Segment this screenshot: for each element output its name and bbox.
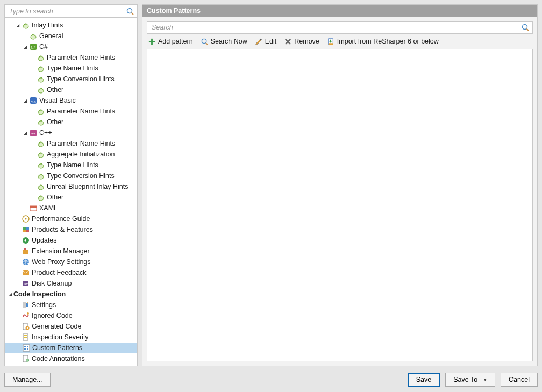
panel-search — [147, 21, 533, 34]
tree-item[interactable]: Custom Patterns — [5, 343, 137, 353]
sidebar-search-input[interactable] — [7, 8, 125, 15]
tree-item[interactable]: General — [5, 31, 137, 41]
update-icon — [22, 236, 30, 245]
expand-arrow-icon[interactable] — [15, 23, 21, 28]
tree-item[interactable]: Type Conversion Hints — [5, 170, 137, 181]
xaml-icon — [29, 204, 38, 212]
tree-item[interactable]: Inlay Hints — [5, 20, 137, 31]
tree-item[interactable]: Web Proxy Settings — [5, 256, 137, 267]
tree-item-label: Type Name Hints — [47, 161, 98, 169]
panel-title: Custom Patterns — [142, 5, 537, 17]
tree-item[interactable]: Updates — [5, 235, 137, 246]
tree-item-label: Code Annotations — [32, 355, 85, 362]
tree-item[interactable]: C# — [5, 41, 137, 52]
tree-item-label: C# — [39, 43, 48, 51]
tree-item[interactable]: Parameter Name Hints — [5, 138, 137, 149]
tree-item[interactable]: C++ — [5, 127, 137, 138]
edit-button[interactable]: Edit — [255, 38, 277, 46]
tree-item[interactable]: Generated Code — [5, 321, 137, 332]
hint-icon — [37, 172, 45, 180]
feedback-icon — [22, 268, 30, 277]
tree-item[interactable]: Other — [5, 84, 137, 95]
toolbar: Add pattern Search Now Edit Remove Impor… — [142, 34, 537, 47]
expand-arrow-icon[interactable] — [22, 98, 28, 103]
tree-item[interactable]: Parameter Name Hints — [5, 52, 137, 63]
hint-icon — [37, 182, 45, 191]
tree-item[interactable]: Products & Features — [5, 224, 137, 235]
search-now-button[interactable]: Search Now — [201, 38, 247, 46]
remove-button[interactable]: Remove — [284, 38, 319, 46]
settings-icon — [22, 301, 30, 309]
chevron-down-icon: ▼ — [483, 377, 487, 382]
splitter[interactable] — [138, 4, 142, 366]
button-label: Manage... — [12, 376, 42, 383]
save-button[interactable]: Save — [408, 373, 440, 387]
tree-item[interactable]: Performance Guide — [5, 213, 137, 224]
severity-icon — [22, 333, 30, 341]
tree-item-label: Parameter Name Hints — [47, 54, 115, 61]
tree-item[interactable]: Product Feedback — [5, 267, 137, 278]
toolbar-label: Add pattern — [158, 38, 193, 45]
tree-item[interactable]: Code Annotations — [5, 353, 137, 364]
expand-arrow-icon[interactable] — [22, 130, 28, 136]
pattern-icon — [22, 344, 31, 352]
tree-item-label: Code Inspection — [13, 290, 66, 298]
hint-icon — [29, 32, 38, 40]
tree-item[interactable]: Unreal Blueprint Inlay Hints — [5, 181, 137, 192]
tree-item-label: Ignored Code — [32, 312, 73, 319]
expand-arrow-icon[interactable] — [22, 44, 28, 49]
tree-item[interactable]: Settings — [5, 300, 137, 310]
tree-item[interactable]: Other — [5, 117, 137, 127]
main-panel: Custom Patterns Add pattern Search Now E… — [142, 4, 538, 366]
toolbar-label: Import from ReSharper 6 or below — [337, 38, 439, 45]
hint-icon — [37, 139, 45, 148]
import-icon — [327, 38, 335, 46]
tree-item-label: Type Conversion Hints — [47, 75, 115, 83]
tree-item[interactable]: Disk Cleanup — [5, 278, 137, 289]
toolbar-label: Edit — [265, 38, 277, 45]
tree-item-label: Generated Code — [32, 323, 81, 330]
cpp-icon — [29, 129, 38, 137]
tree-item[interactable]: Type Name Hints — [5, 63, 137, 74]
annot-icon — [22, 354, 30, 363]
pencil-icon — [255, 38, 263, 46]
search-icon[interactable] — [125, 6, 135, 16]
tree-item[interactable]: Type Name Hints — [5, 160, 137, 170]
manage-button[interactable]: Manage... — [4, 373, 51, 387]
tree-item-label: C++ — [39, 129, 52, 137]
tree-item[interactable]: Type Conversion Hints — [5, 74, 137, 84]
tree-item[interactable]: Visual Basic — [5, 95, 137, 106]
panel-search-input[interactable] — [149, 24, 520, 31]
tree-item[interactable]: Parameter Name Hints — [5, 106, 137, 117]
patterns-list[interactable] — [147, 49, 533, 361]
tree-item[interactable]: Ignored Code — [5, 310, 137, 321]
tree-item-label: Extension Manager — [32, 247, 90, 255]
hint-icon — [37, 53, 45, 62]
tree-item-label: Inspection Severity — [32, 333, 89, 341]
save-to-button[interactable]: Save To ▼ — [445, 373, 495, 387]
tree-item[interactable]: XAML — [5, 203, 137, 213]
tree-item-label: Aggregate Initialization — [47, 151, 115, 158]
tree-item[interactable]: Aggregate Initialization — [5, 149, 137, 160]
ignore-icon — [22, 311, 30, 320]
tree-item[interactable]: Extension Manager — [5, 246, 137, 256]
add-pattern-button[interactable]: Add pattern — [148, 38, 193, 46]
hint-icon — [37, 118, 45, 126]
search-icon[interactable] — [520, 23, 530, 32]
cancel-button[interactable]: Cancel — [501, 373, 538, 387]
hint-icon — [37, 150, 45, 159]
tree-item[interactable]: Other — [5, 192, 137, 203]
hint-icon — [37, 193, 45, 202]
import-button[interactable]: Import from ReSharper 6 or below — [327, 38, 439, 46]
plus-icon — [148, 38, 156, 46]
hint-icon — [37, 107, 45, 116]
sidebar: Inlay HintsGeneralC#Parameter Name Hints… — [4, 4, 138, 366]
bottom-bar: Manage... Save Save To ▼ Cancel — [4, 372, 538, 388]
tree-item[interactable]: Inspection Severity — [5, 332, 137, 343]
tree-item[interactable]: Code Inspection — [5, 289, 137, 300]
tree-item-label: General — [39, 32, 63, 40]
tree-item-label: Type Name Hints — [47, 65, 98, 72]
options-tree[interactable]: Inlay HintsGeneralC#Parameter Name Hints… — [5, 18, 137, 366]
tree-item-label: Other — [47, 118, 63, 126]
expand-arrow-icon[interactable] — [7, 291, 13, 297]
